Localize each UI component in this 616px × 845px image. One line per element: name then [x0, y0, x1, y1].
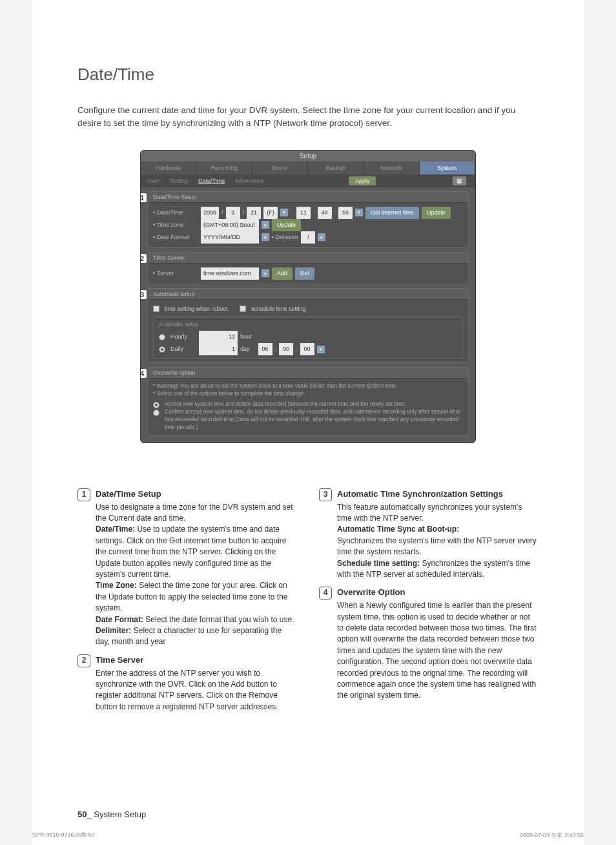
update-tz-button[interactable]: Update — [272, 219, 301, 231]
min-field[interactable]: 48 — [318, 207, 332, 219]
update-time-button[interactable]: Update — [422, 207, 451, 219]
opt2-text: Confirm accept new system time, do not d… — [165, 408, 463, 432]
desc4-head: Overwrite Option — [337, 587, 539, 599]
sec-field[interactable]: 59 — [338, 207, 353, 219]
dateformat-field[interactable]: YYYY/MM/DD — [201, 231, 259, 244]
radio-opt1[interactable] — [153, 402, 159, 408]
sched-hh[interactable]: 06 — [258, 343, 272, 355]
desc1-df-text: Select the date format that you wish to … — [145, 615, 294, 624]
desc1-dt-label: Date/Time: — [96, 525, 135, 534]
sched-spinner-icon[interactable] — [317, 346, 325, 353]
delimiter-dropdown-icon[interactable] — [318, 233, 325, 241]
desc1-df-label: Date Format: — [96, 615, 143, 624]
tab-event[interactable]: Event — [252, 162, 308, 174]
timezone-field[interactable]: (GMT+09:00) Seoul — [201, 219, 259, 231]
hourly-value[interactable]: 12 — [199, 331, 238, 343]
numbox-4: 4 — [319, 587, 332, 600]
label-daily: Daily — [170, 344, 196, 355]
section-head-timeserver: Time Server — [148, 253, 468, 264]
daily-value[interactable]: 1 — [199, 343, 238, 355]
section-datetime: 1 Date/Time Setup Date/Time 2008 / 3 / 2… — [147, 191, 469, 248]
get-internet-time-button[interactable]: Get internet time — [365, 207, 419, 219]
daily-unit: day — [240, 344, 250, 355]
footer-section: _ System Setup — [87, 809, 146, 819]
server-dropdown-icon[interactable] — [262, 269, 269, 277]
label-schedule: schedule time setting — [251, 304, 306, 315]
label-timezone: Time zone — [153, 220, 198, 231]
section-timeserver: 2 Time Server Server time.windows.com Ad… — [147, 252, 469, 284]
tab-network[interactable]: Network — [364, 162, 419, 174]
label-dateformat: Date Format — [153, 232, 198, 243]
hourly-unit: hour — [240, 331, 252, 342]
opt1-text: Accept new system time and delete data r… — [165, 401, 463, 408]
delimiter-field[interactable]: / — [301, 231, 315, 244]
page-footer: 50_ System Setup — [77, 809, 146, 819]
desc3-head: Automatic Time Synchronization Settings — [337, 488, 539, 501]
radio-hourly[interactable] — [159, 334, 165, 340]
main-tabs: Hardware Recording Event Backup Network … — [141, 162, 475, 174]
day-field[interactable]: 21 — [247, 207, 261, 219]
section-head-datetime: Date/Time Setup — [148, 192, 468, 203]
desc1-tz-label: Time Zone: — [96, 581, 137, 590]
radio-opt2[interactable] — [153, 410, 159, 416]
subtab-user[interactable]: User — [147, 176, 159, 186]
subtab-setting[interactable]: Setting — [170, 176, 188, 186]
callout-1: 1 — [140, 192, 148, 203]
desc-item-3: 3 Automatic Time Synchronization Setting… — [319, 488, 539, 581]
desc3-boot-text: Synchronizes the system's time with the … — [337, 536, 539, 558]
desc3-boot-label: Automatic Time Sync at Boot-up: — [337, 524, 539, 535]
page-number: 50 — [77, 809, 87, 819]
page-title: Date/Time — [77, 65, 539, 85]
section-autosetup: 3 Automatic setup time setting when rebo… — [147, 288, 469, 363]
dow-field: (F) — [263, 207, 278, 219]
tab-recording[interactable]: Recording — [196, 162, 252, 174]
apply-button[interactable]: Apply — [349, 176, 376, 185]
checkbox-reboot[interactable] — [153, 306, 159, 312]
label-delimiter: Delimiter — [272, 232, 298, 243]
desc3-sched-label: Schedule time setting: — [337, 559, 420, 568]
dateformat-dropdown-icon[interactable] — [262, 233, 269, 241]
tab-system[interactable]: System — [420, 162, 475, 174]
timezone-dropdown-icon[interactable] — [262, 221, 269, 229]
desc-item-4: 4 Overwrite Option When a Newly configur… — [319, 587, 539, 701]
tab-backup[interactable]: Backup — [308, 162, 364, 174]
time-spinner-icon[interactable] — [355, 209, 363, 216]
callout-2: 2 — [140, 253, 148, 264]
label-reboot: time setting when reboot — [165, 304, 228, 315]
fieldset-legend: Automatic setup — [159, 319, 457, 329]
add-server-button[interactable]: Add — [272, 267, 293, 280]
numbox-1: 1 — [77, 488, 90, 501]
radio-daily[interactable] — [159, 346, 165, 353]
desc3-lead: This feature automatically synchronizes … — [337, 502, 539, 525]
desc4-body: When a Newly configured time is earlier … — [337, 600, 539, 702]
sched-ss[interactable]: 00 — [300, 343, 314, 355]
page-intro: Configure the current date and time for … — [77, 104, 539, 130]
subtab-information[interactable]: Information — [235, 176, 264, 186]
description-columns: 1 Date/Time Setup Use to designate a tim… — [77, 488, 539, 719]
setup-dialog: Setup Hardware Recording Event Backup Ne… — [140, 150, 476, 443]
desc2-body: Enter the address of the NTP server you … — [96, 668, 297, 713]
server-field[interactable]: time.windows.com — [201, 267, 259, 280]
desc1-head: Date/Time Setup — [96, 488, 297, 501]
tab-hardware[interactable]: Hardware — [141, 162, 196, 174]
callout-4: 4 — [140, 368, 148, 379]
sched-mm[interactable]: 00 — [279, 343, 293, 355]
numbox-2: 2 — [77, 654, 90, 667]
desc2-head: Time Server — [96, 654, 297, 667]
month-field[interactable]: 3 — [226, 207, 240, 219]
hour-field[interactable]: 11 — [296, 207, 311, 219]
desc-item-2: 2 Time Server Enter the address of the N… — [77, 654, 297, 713]
section-head-autosetup: Automatic setup — [148, 289, 468, 300]
subtab-datetime[interactable]: Date/Time — [198, 176, 225, 186]
dialog-title: Setup — [141, 151, 475, 162]
year-field[interactable]: 2008 — [201, 207, 219, 219]
del-server-button[interactable]: Del — [295, 267, 314, 280]
print-stamp: 2008-07-03 오후 2:47:56 — [520, 831, 584, 840]
close-button[interactable]: ▦ — [453, 176, 466, 185]
desc1-dl-label: Delimiter: — [96, 626, 131, 635]
section-overwrite: 4 Overwrite option * Warning! You are ab… — [147, 367, 469, 435]
desc1-lead: Use to designate a time zone for the DVR… — [96, 502, 297, 525]
checkbox-schedule[interactable] — [240, 306, 246, 312]
date-dropdown-icon[interactable] — [280, 209, 288, 216]
warn-line1: Warning! You are about to set the system… — [157, 382, 397, 389]
